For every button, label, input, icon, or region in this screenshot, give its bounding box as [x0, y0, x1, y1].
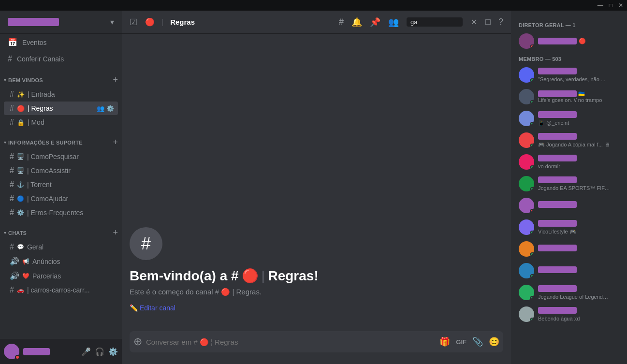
gif-icon[interactable]: GIF: [456, 338, 467, 346]
header-pin-icon[interactable]: 📌: [370, 17, 380, 28]
header-separator: |: [161, 18, 163, 27]
member-info-6: Jogando EA SPORTS™ FIFA 23: [538, 176, 619, 191]
channel-mod-icon: #: [10, 118, 14, 127]
search-input[interactable]: [410, 18, 459, 26]
member-status-11: [530, 296, 534, 300]
channel-como-assistir[interactable]: # 🖥️ | ComoAssistir: [4, 164, 118, 177]
member-12[interactable]: Bebendo água xd: [515, 304, 623, 325]
member-name-11: [538, 285, 577, 292]
close-btn[interactable]: ✕: [618, 2, 623, 9]
member-info-3: 📱 @_eric.nt: [538, 111, 619, 126]
gift-icon[interactable]: 🎁: [439, 336, 450, 347]
minimize-btn[interactable]: —: [598, 2, 603, 9]
chat-input-field[interactable]: [146, 338, 436, 346]
member-2[interactable]: 🇺🇦 Life's goes on. // no trampo: [515, 86, 623, 107]
member-1[interactable]: "Segredos, verdades, não ...: [515, 64, 623, 86]
header-help-icon[interactable]: ?: [498, 17, 503, 27]
member-status-text-5: vo dormir: [538, 163, 611, 169]
ch-name-2: | ComoAssistir: [27, 167, 114, 175]
header-members-icon[interactable]: 👥: [388, 17, 399, 28]
member-5[interactable]: vo dormir: [515, 151, 623, 173]
headphones-icon[interactable]: 🎧: [95, 347, 104, 356]
section-info-plus[interactable]: +: [113, 137, 118, 147]
mic-icon[interactable]: 🎤: [81, 347, 91, 356]
ch-name-5: | Erros-Frequentes: [27, 209, 114, 217]
intro-desc-suffix: | Regras.: [232, 288, 262, 296]
header-close-icon[interactable]: ✕: [470, 17, 478, 28]
member-status-12: [530, 318, 534, 322]
edit-channel-label: Editar canal: [140, 304, 175, 312]
ch-anuncios-emoji: 📢: [22, 258, 29, 265]
channel-parcerias[interactable]: 🔊 ❤️ Parcerias: [4, 269, 118, 283]
header-bell-icon[interactable]: 🔔: [351, 17, 362, 28]
member-status-dot: [530, 44, 534, 49]
channel-erros-frequentes[interactable]: # ⚙️ | Erros-Frequentes: [4, 206, 118, 219]
member-status-4: [530, 144, 534, 148]
section-chats-plus[interactable]: +: [113, 228, 118, 238]
user-settings-icon[interactable]: ⚙️: [108, 347, 118, 356]
section-informacoes[interactable]: ▾ INFORMAÇÕES E SUPORTE +: [0, 130, 122, 149]
member-11[interactable]: Jogando League of Legends 🎮: [515, 282, 623, 303]
member-name-9: [538, 245, 577, 251]
nav-eventos-label: Eventos: [22, 39, 47, 46]
member-avatar-8: [519, 219, 534, 235]
sidebar-scroll: 📅 Eventos # Conferir Canais ▾ BEM VINDOS…: [0, 34, 122, 339]
header-hash-icon[interactable]: #: [339, 17, 344, 27]
server-header[interactable]: ██████████ ▾: [0, 11, 122, 34]
channel-como-ajudar[interactable]: # 🔵 | ComoAjudar: [4, 192, 118, 205]
intro-desc-text: Este é o começo do canal #: [130, 288, 219, 296]
edit-channel-btn[interactable]: ✏️ Editar canal: [130, 304, 503, 312]
channel-entrada[interactable]: # ✨ | Entrada: [4, 87, 118, 101]
section-arrow-icon: ▾: [4, 77, 6, 83]
server-name: ██████████: [8, 18, 59, 26]
emoji-icon[interactable]: 😊: [489, 336, 499, 347]
channel-regras-actions: 👥 ⚙️: [97, 105, 114, 112]
header-search[interactable]: [407, 17, 463, 27]
member-6[interactable]: Jogando EA SPORTS™ FIFA 23: [515, 173, 623, 194]
member-9[interactable]: [515, 238, 623, 260]
member-director-1[interactable]: 🔴: [515, 30, 623, 52]
nav-eventos[interactable]: 📅 Eventos: [0, 34, 122, 51]
member-3[interactable]: 📱 @_eric.nt: [515, 108, 623, 129]
member-10[interactable]: [515, 260, 623, 281]
sticker-icon[interactable]: 📎: [472, 336, 483, 347]
section-chats-arrow-icon: ▾: [4, 230, 6, 235]
ch-icon-5: #: [10, 208, 14, 217]
channel-anuncios[interactable]: 🔊 📢 Anúncios: [4, 254, 118, 268]
channel-geral[interactable]: # 💬 Geral: [4, 240, 118, 254]
member-4[interactable]: 🎮 Jogando A cópia mal f... 🖥: [515, 130, 623, 151]
member-8[interactable]: VicoLifestyle 🎮: [515, 217, 623, 238]
ch-carros-name: | carros-carros-carr...: [27, 286, 114, 294]
nav-conferir-canais[interactable]: # Conferir Canais: [0, 51, 122, 67]
member-name: [538, 38, 577, 44]
settings-icon[interactable]: ⚙️: [106, 105, 114, 112]
section-bem-vindos[interactable]: ▾ BEM VINDOS +: [0, 67, 122, 87]
ch-icon-3: #: [10, 180, 14, 189]
people-icon[interactable]: 👥: [97, 105, 104, 112]
member-status-5: [530, 165, 534, 170]
server-dropdown-icon[interactable]: ▾: [110, 17, 114, 27]
member-avatar-2: [519, 89, 534, 104]
member-info-7: [538, 201, 619, 210]
maximize-btn[interactable]: □: [609, 2, 612, 9]
member-7[interactable]: [515, 195, 623, 216]
channel-carros[interactable]: # 🚗 | carros-carros-carr...: [4, 283, 118, 297]
member-name-2: [538, 90, 577, 97]
header-inbox-icon[interactable]: □: [485, 17, 491, 27]
ch-icon-4: #: [10, 194, 14, 203]
channel-como-pesquisar[interactable]: # 🖥️ | ComoPesquisar: [4, 150, 118, 163]
member-name-6: [538, 176, 577, 183]
section-bem-vindos-plus[interactable]: +: [113, 75, 118, 85]
chat-attach-icon[interactable]: ⊕: [133, 335, 142, 348]
member-name-3: [538, 111, 577, 118]
member-status-3: [530, 122, 534, 126]
user-name: ██████: [23, 348, 50, 355]
channel-torrent[interactable]: # ⚓ | Torrent: [4, 178, 118, 191]
section-chats[interactable]: ▾ CHATS +: [0, 220, 122, 240]
intro-separator: |: [262, 268, 265, 284]
channel-regras[interactable]: # 🔴 | Regras 👥 ⚙️: [4, 102, 118, 115]
ch-emoji-1: 🖥️: [17, 153, 24, 160]
channel-mod[interactable]: # 🔒 | Mod: [4, 116, 118, 129]
intro-emoji: 🔴: [242, 268, 259, 284]
hash-nav-icon: #: [8, 55, 12, 63]
